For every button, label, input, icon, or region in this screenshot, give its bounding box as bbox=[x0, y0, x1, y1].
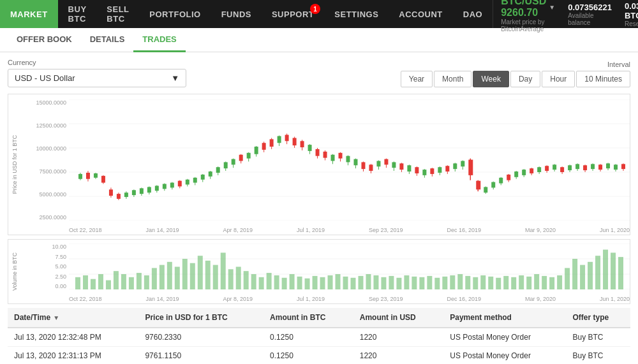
svg-rect-175 bbox=[236, 266, 241, 289]
chevron-down-icon: ▼ bbox=[171, 73, 179, 83]
candlestick-chart-svg bbox=[69, 99, 630, 221]
svg-rect-184 bbox=[305, 279, 310, 289]
svg-rect-117 bbox=[499, 178, 503, 184]
svg-rect-67 bbox=[308, 145, 312, 151]
svg-rect-25 bbox=[147, 187, 151, 193]
interval-year[interactable]: Year bbox=[401, 71, 433, 87]
nav-dao[interactable]: DAO bbox=[453, 0, 493, 28]
ticker-sub-label: Market price by BitcoinAverage bbox=[501, 18, 555, 33]
svg-rect-162 bbox=[137, 273, 142, 289]
nav-support[interactable]: Support 1 bbox=[262, 0, 324, 28]
interval-day[interactable]: Day bbox=[510, 71, 540, 87]
svg-rect-181 bbox=[282, 278, 287, 289]
svg-rect-11 bbox=[94, 173, 98, 178]
vol-x-3: Apr 8, 2019 bbox=[223, 296, 253, 302]
ticker-main[interactable]: BTC/USD 9260.70 ▼ Market price by Bitcoi… bbox=[501, 0, 555, 33]
svg-rect-182 bbox=[290, 274, 295, 289]
svg-rect-99 bbox=[430, 168, 434, 174]
interval-buttons: Year Month Week Day Hour 10 Minutes bbox=[401, 71, 630, 87]
x-label-8: Jun 1, 2020 bbox=[600, 227, 630, 233]
price-x-axis: Oct 22, 2018 Jan 14, 2019 Apr 8, 2019 Ju… bbox=[69, 227, 630, 233]
svg-rect-149 bbox=[621, 164, 625, 169]
interval-hour[interactable]: Hour bbox=[542, 71, 575, 87]
nav-portfolio[interactable]: PORTFOLIO bbox=[139, 0, 211, 28]
svg-rect-19 bbox=[124, 193, 128, 197]
interval-month[interactable]: Month bbox=[434, 71, 471, 87]
svg-rect-221 bbox=[588, 262, 593, 289]
svg-rect-160 bbox=[121, 274, 126, 289]
svg-rect-129 bbox=[545, 166, 549, 171]
cell-amount-btc: 0.1250 bbox=[263, 328, 353, 347]
svg-rect-188 bbox=[336, 274, 341, 289]
svg-rect-97 bbox=[422, 170, 426, 175]
svg-rect-168 bbox=[182, 259, 188, 289]
x-label-7: Mar 9, 2020 bbox=[525, 227, 556, 233]
x-label-4: Jul 1, 2019 bbox=[297, 227, 325, 233]
cell-amount-btc: 0.1250 bbox=[263, 347, 353, 365]
vol-y-2: 7.50 bbox=[22, 254, 66, 260]
svg-rect-209 bbox=[496, 278, 501, 289]
nav-account[interactable]: Account bbox=[389, 0, 453, 28]
svg-rect-156 bbox=[91, 279, 96, 289]
svg-rect-37 bbox=[193, 178, 197, 183]
th-payment: Payment method bbox=[443, 308, 566, 328]
support-badge: 1 bbox=[310, 4, 320, 14]
svg-rect-164 bbox=[152, 268, 157, 289]
svg-rect-173 bbox=[221, 252, 226, 289]
svg-rect-185 bbox=[313, 276, 318, 289]
currency-group: Currency USD - US Dollar ▼ bbox=[8, 59, 186, 87]
svg-rect-7 bbox=[78, 174, 82, 179]
trades-table: Date/Time ▼ Price in USD for 1 BTC Amoun… bbox=[8, 308, 630, 364]
interval-10min[interactable]: 10 Minutes bbox=[576, 71, 630, 87]
svg-rect-215 bbox=[542, 276, 547, 289]
th-offer-type: Offer type bbox=[566, 308, 630, 328]
svg-rect-79 bbox=[353, 159, 357, 166]
svg-rect-190 bbox=[350, 278, 355, 289]
svg-rect-95 bbox=[415, 167, 419, 173]
interval-week[interactable]: Week bbox=[473, 71, 508, 87]
nav-settings[interactable]: Settings bbox=[324, 0, 389, 28]
svg-rect-137 bbox=[575, 164, 579, 169]
svg-rect-111 bbox=[476, 181, 480, 190]
sort-icon[interactable]: ▼ bbox=[53, 314, 59, 321]
sub-nav-offer-book[interactable]: OFFER BOOK bbox=[8, 28, 81, 52]
nav-market[interactable]: MARKET bbox=[0, 0, 58, 28]
svg-rect-125 bbox=[530, 168, 533, 173]
svg-rect-191 bbox=[358, 276, 363, 289]
main-content: Currency USD - US Dollar ▼ Interval Year… bbox=[0, 52, 638, 364]
nav-buy-btc[interactable]: BUY BTC bbox=[58, 0, 97, 28]
svg-rect-59 bbox=[278, 136, 281, 143]
currency-select[interactable]: USD - US Dollar ▼ bbox=[8, 69, 186, 87]
price-y-axis: 15000.0000 12500.0000 10000.0000 7500.00… bbox=[21, 94, 69, 235]
svg-rect-163 bbox=[144, 275, 149, 289]
svg-rect-176 bbox=[244, 271, 249, 289]
svg-rect-218 bbox=[565, 268, 570, 289]
svg-rect-115 bbox=[491, 182, 495, 188]
sub-nav-trades[interactable]: TRADES bbox=[133, 28, 185, 52]
svg-rect-214 bbox=[534, 274, 539, 289]
sub-nav-details[interactable]: DETAILS bbox=[81, 28, 134, 52]
svg-rect-17 bbox=[117, 194, 121, 199]
svg-rect-207 bbox=[480, 275, 486, 289]
svg-rect-147 bbox=[614, 164, 618, 170]
volume-chart-container: Volume in BTC 10.00 7.50 5.00 2.50 0.00 bbox=[8, 239, 630, 304]
svg-rect-29 bbox=[163, 184, 167, 189]
th-amount-btc: Amount in BTC bbox=[263, 308, 353, 328]
svg-rect-107 bbox=[461, 161, 464, 166]
x-label-5: Sep 23, 2019 bbox=[369, 227, 403, 233]
vol-x-8: Jun 1, 2020 bbox=[600, 296, 630, 302]
svg-rect-43 bbox=[216, 167, 220, 173]
cell-datetime: Jul 13, 2020 12:31:13 PM bbox=[8, 347, 138, 365]
svg-rect-69 bbox=[316, 149, 320, 156]
svg-rect-71 bbox=[323, 152, 327, 158]
volume-chart-svg bbox=[69, 244, 630, 289]
nav-funds[interactable]: FUNDS bbox=[211, 0, 262, 28]
svg-rect-161 bbox=[129, 277, 134, 289]
vol-x-1: Oct 22, 2018 bbox=[69, 296, 102, 302]
nav-sell-btc[interactable]: SELL BTC bbox=[96, 0, 139, 28]
svg-rect-55 bbox=[262, 143, 266, 150]
vol-y-4: 2.50 bbox=[22, 273, 66, 280]
price-y-title: Price in USD for 1 BTC bbox=[11, 135, 18, 194]
svg-rect-220 bbox=[580, 265, 585, 289]
reserved-value: 0.038480 BTC bbox=[625, 1, 638, 20]
